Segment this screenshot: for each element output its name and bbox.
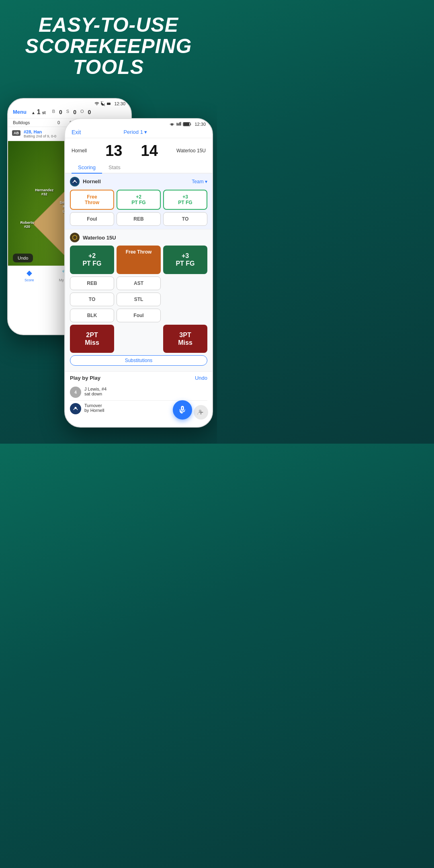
waterloo-blk[interactable]: BLK — [70, 309, 114, 322]
waterloo-foul[interactable]: Foul — [117, 309, 161, 322]
balls-label: B — [52, 109, 55, 115]
hornell-section: Hornell Team ▾ Free Throw +2PT FG +3PT F… — [65, 174, 212, 230]
add-person-button[interactable] — [194, 405, 208, 420]
basketball-phone: 12:30 Exit Period 1 ▾ Hornell 13 14 Wate… — [64, 118, 213, 428]
hornell-foul[interactable]: Foul — [70, 212, 114, 226]
svg-rect-4 — [179, 122, 180, 125]
svg-point-13 — [199, 409, 201, 412]
score-icon: ◆ — [27, 268, 32, 277]
away-team-name-bball: Waterloo 15U — [176, 148, 206, 154]
substitutions-row: Substitutions — [70, 355, 207, 366]
waterloo-stl[interactable]: STL — [117, 293, 161, 306]
pbp-text-1: J Lewis, #4 sat down — [84, 387, 106, 396]
pbp-sub-2: by Hornell — [84, 408, 104, 413]
inning-arrow: ▲ — [31, 111, 35, 115]
hornell-header: Hornell Team ▾ — [70, 177, 207, 186]
inning-display: ▲ 1 st — [31, 108, 46, 116]
waterloo-3pt-fg[interactable]: +3PT FG — [163, 246, 207, 274]
away-team-display: Waterloo 15U — [176, 148, 206, 154]
waterloo-logo — [70, 233, 80, 242]
period-chevron: ▾ — [144, 129, 147, 135]
home-score-bball: 13 — [105, 142, 122, 160]
pbp-header: Play by Play Undo — [70, 375, 207, 381]
batter-info: #28, Han Batting 2nd of 9, 0-0 — [24, 129, 70, 138]
player-roberts: Roberts#20 — [20, 221, 34, 229]
pbp-text-2: Turnover by Hornell — [84, 403, 104, 413]
period-label: Period 1 — [123, 129, 143, 135]
waterloo-2pt-miss[interactable]: 2PTMiss — [70, 325, 114, 353]
waterloo-free-throw[interactable]: Free Throw — [117, 246, 161, 274]
inning-ordinal: st — [42, 111, 46, 115]
svg-rect-2 — [177, 123, 178, 125]
svg-rect-3 — [178, 123, 179, 126]
svg-point-9 — [74, 180, 76, 182]
tab-scoring[interactable]: Scoring — [72, 162, 102, 174]
strikes-label: S — [66, 109, 69, 115]
hornell-action-grid: Free Throw +2PT FG +3PT FG Foul REB TO — [70, 190, 207, 226]
undo-button-left[interactable]: Undo — [13, 254, 33, 262]
hornell-team-name: Hornell — [83, 178, 101, 184]
score-display: Hornell 13 14 Waterloo 15U — [65, 138, 212, 162]
svg-rect-5 — [180, 122, 181, 125]
ab-tag: AB — [12, 130, 20, 136]
pbp-main-1: J Lewis, #4 — [84, 387, 106, 391]
batter-name: #28, Han — [24, 129, 70, 134]
batter-subtitle: Batting 2nd of 9, 0-0 — [24, 134, 70, 138]
substitutions-button[interactable]: Substitutions — [70, 355, 207, 366]
count-display: B 0 S 0 O 0 — [52, 109, 91, 115]
hero-section: EASY-TO-USE SCOREKEEPING TOOLS — [0, 0, 217, 86]
hornell-2pt-fg[interactable]: +2PT FG — [117, 190, 161, 210]
exit-button[interactable]: Exit — [72, 129, 81, 135]
pbp-sub-1: sat down — [84, 391, 106, 396]
svg-rect-0 — [107, 102, 111, 105]
nav-score[interactable]: ◆ Score — [25, 268, 34, 282]
hero-line2: SCOREKEEPING TOOLS — [10, 36, 207, 78]
svg-point-12 — [75, 407, 77, 409]
mic-fab-button[interactable] — [173, 400, 192, 420]
undo-button-right[interactable]: Undo — [195, 375, 207, 381]
pbp-avatar-1: 4 — [70, 387, 81, 398]
hero-line1: EASY-TO-USE — [10, 14, 207, 36]
status-bar-right: 12:30 — [65, 119, 212, 127]
hornell-logo — [70, 177, 80, 186]
hornell-to[interactable]: TO — [163, 212, 207, 226]
waterloo-to[interactable]: TO — [70, 293, 114, 306]
pbp-avatar-2 — [70, 403, 81, 414]
waterloo-ast[interactable]: AST — [117, 276, 161, 290]
waterloo-header: Waterloo 15U — [70, 233, 207, 242]
top-bar-left: Menu ▲ 1 st B 0 S 0 O 0 — [8, 107, 131, 119]
player-hernandez: Hernandez#32 — [35, 188, 53, 196]
hornell-free-throw[interactable]: Free Throw — [70, 190, 114, 210]
waterloo-reb[interactable]: REB — [70, 276, 114, 290]
outs-count: 0 — [88, 109, 91, 115]
nav-score-label: Score — [25, 278, 34, 282]
bball-top-bar: Exit Period 1 ▾ — [65, 127, 212, 138]
waterloo-3pt-miss[interactable]: 3PTMiss — [163, 325, 207, 353]
waterloo-logo-name: Waterloo 15U — [70, 233, 116, 242]
outs-label: O — [80, 109, 84, 115]
period-selector[interactable]: Period 1 ▾ — [123, 129, 147, 135]
waterloo-team-name: Waterloo 15U — [83, 235, 116, 241]
status-bar-left: 12:30 — [8, 99, 131, 107]
status-time-right: 12:30 — [194, 122, 206, 127]
hornell-team-btn[interactable]: Team ▾ — [192, 179, 207, 184]
balls-count: 0 — [59, 109, 62, 115]
waterloo-2pt-fg[interactable]: +2PT FG — [70, 246, 114, 274]
phones-container: 12:30 Menu ▲ 1 st B 0 S 0 O 0 Bulldogs 0… — [0, 86, 217, 420]
svg-point-1 — [172, 123, 173, 125]
svg-rect-7 — [184, 123, 190, 125]
status-time-left: 12:30 — [114, 101, 125, 106]
scoring-tabs: Scoring Stats — [65, 162, 212, 174]
away-score-bball: 14 — [141, 142, 158, 160]
waterloo-section: Waterloo 15U +2PT FG Free Throw +3PT FG … — [65, 229, 212, 372]
hornell-reb[interactable]: REB — [117, 212, 161, 226]
tab-stats[interactable]: Stats — [102, 162, 127, 173]
menu-button[interactable]: Menu — [13, 109, 27, 115]
home-score1: 0 — [53, 120, 65, 125]
inning-number: 1 — [37, 108, 41, 116]
home-team-name: Bulldogs — [13, 120, 53, 125]
home-team-display: Hornell — [72, 148, 87, 154]
status-icons-left — [94, 101, 111, 106]
hornell-3pt-fg[interactable]: +3PT FG — [163, 190, 207, 210]
strikes-count: 0 — [73, 109, 76, 115]
